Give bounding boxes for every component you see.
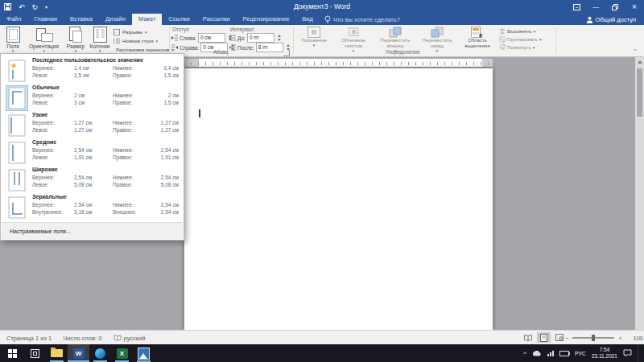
position-button[interactable]: Положение▾ [296, 26, 332, 55]
align-button[interactable]: Выровнять▾ [499, 27, 541, 35]
clock-time: 7:54 [592, 347, 617, 353]
horizontal-ruler[interactable] [184, 59, 493, 67]
task-view-button[interactable] [24, 344, 46, 362]
excel-taskbar-button[interactable]: X [111, 344, 133, 362]
tab-view[interactable]: Вид [295, 14, 320, 25]
spacing-before-icon [229, 35, 236, 41]
indent-left-field[interactable]: Слева: 0 см [171, 33, 233, 43]
tab-home[interactable]: Главная [27, 14, 64, 25]
wrap-text-icon [347, 27, 360, 38]
language-indicator[interactable]: русский [114, 335, 146, 342]
status-bar: Страница 1 из 1 Число слов: 0 русский − … [0, 330, 644, 345]
zoom-slider[interactable] [572, 337, 614, 339]
start-button[interactable] [0, 344, 24, 362]
margins-moderate-icon [6, 141, 27, 165]
tab-mailings[interactable]: Рассылки [196, 14, 237, 25]
indent-left-icon [171, 35, 178, 41]
windows-taskbar: W X ^ РУС 7:54 23.11.2021 [0, 344, 644, 362]
read-mode-button[interactable] [522, 332, 535, 343]
zoom-level[interactable]: 100 % [626, 335, 644, 342]
excel-icon: X [117, 348, 128, 359]
windows-logo-icon [8, 349, 17, 358]
undo-icon[interactable]: ↶ [19, 3, 25, 11]
rotate-icon [499, 44, 506, 51]
zoom-slider-thumb[interactable] [592, 335, 595, 341]
columns-icon [93, 27, 107, 43]
margins-mirrored-icon [6, 195, 27, 220]
taskbar-clock[interactable]: 7:54 23.11.2021 [592, 347, 617, 360]
orientation-button[interactable]: Ориентация ▾ [25, 26, 63, 55]
word-count[interactable]: Число слов: 0 [63, 335, 101, 342]
word-window: Документ3 - Word ↶ ↻ ▾ — × Файл Главная … [0, 0, 644, 362]
paragraph-dialog-launcher-icon[interactable] [283, 50, 290, 56]
title-bar: Документ3 - Word ↶ ↻ ▾ — × [0, 0, 644, 14]
group-icon [499, 36, 506, 43]
hidden-icons-chevron-icon[interactable]: ^ [523, 350, 526, 357]
spacing-before-value[interactable]: 0 пт [247, 33, 275, 43]
ribbon-display-options-icon[interactable] [567, 0, 586, 14]
share-button[interactable]: Общий доступ [581, 14, 641, 25]
word-icon: W [73, 348, 85, 359]
web-layout-button[interactable] [552, 332, 566, 343]
collapse-ribbon-icon[interactable]: ⌃ [633, 48, 638, 55]
scroll-up-icon[interactable] [638, 60, 642, 64]
send-backward-icon [431, 27, 444, 38]
breaks-button[interactable]: Разрывы▾ [114, 27, 168, 36]
rotate-button[interactable]: Повернуть▾ [499, 43, 541, 51]
vertical-scrollbar[interactable] [635, 57, 644, 330]
spacing-before-field[interactable]: До: 0 пт [229, 33, 283, 43]
margins-option-normal[interactable]: Обычные Верхнее:2 см Нижнее:2 см Левое:3… [2, 84, 181, 111]
redo-icon[interactable]: ↻ [32, 3, 39, 11]
page-indicator[interactable]: Страница 1 из 1 [6, 335, 52, 342]
word-taskbar-button[interactable]: W [68, 344, 89, 362]
onedrive-cloud-icon[interactable] [532, 351, 542, 356]
battery-icon[interactable] [559, 351, 569, 356]
close-button[interactable]: × [625, 0, 644, 14]
scrollbar-thumb[interactable] [637, 68, 642, 117]
input-language[interactable]: РУС [575, 351, 586, 356]
columns-button[interactable]: Колонки ▾ [88, 26, 112, 55]
line-numbers-button[interactable]: Номера строк▾ [114, 36, 168, 45]
indent-header: Отступ [172, 27, 189, 32]
file-explorer-button[interactable] [46, 344, 68, 362]
tab-insert[interactable]: Вставка [64, 14, 99, 25]
document-page[interactable] [184, 68, 493, 330]
size-button[interactable]: Размер ▾ [64, 26, 88, 55]
zoom-in-button[interactable]: + [618, 335, 621, 342]
print-layout-icon [540, 334, 547, 342]
margins-option-last-custom[interactable]: Последнее пользовательское значение Верх… [2, 56, 181, 84]
margins-option-narrow[interactable]: Узкие Верхнее:1,27 см Нижнее:1,27 см Лев… [2, 111, 181, 138]
edge-taskbar-button[interactable] [89, 344, 111, 362]
margins-option-moderate[interactable]: Средние Верхнее:2,54 см Нижнее:2,54 см Л… [2, 138, 181, 166]
margins-narrow-icon [6, 113, 27, 138]
tell-me-box[interactable]: Что вы хотите сделать? [320, 14, 405, 25]
tab-review[interactable]: Рецензирование [236, 14, 295, 25]
tab-layout[interactable]: Макет [132, 14, 162, 25]
margins-button[interactable]: Поля ▾ [2, 26, 24, 55]
photos-icon [138, 348, 150, 360]
spacing-before-stepper[interactable] [276, 33, 283, 43]
action-center-icon[interactable] [623, 349, 632, 357]
zoom-out-button[interactable]: − [565, 335, 568, 342]
spacing-header: Интервал [230, 27, 254, 32]
restore-button[interactable] [605, 0, 625, 14]
photos-taskbar-button[interactable] [133, 344, 155, 362]
indent-left-value[interactable]: 0 см [198, 33, 225, 43]
tab-design[interactable]: Дизайн [99, 14, 132, 25]
network-icon[interactable] [547, 351, 554, 356]
ribbon-tab-row: Файл Главная Вставка Дизайн Макет Ссылки… [0, 14, 644, 25]
group-button[interactable]: Группировать▾ [499, 35, 541, 43]
minimize-button[interactable]: — [586, 0, 605, 14]
margins-option-wide[interactable]: Широкие Верхнее:2,54 см Нижнее:2,54 см Л… [2, 166, 181, 193]
custom-margins-button[interactable]: Настраиваемые поля... [2, 222, 183, 239]
print-layout-button[interactable] [537, 332, 551, 343]
save-icon[interactable] [4, 3, 11, 10]
tab-references[interactable]: Ссылки [162, 14, 196, 25]
qat-customize-icon[interactable]: ▾ [45, 4, 47, 10]
tab-file[interactable]: Файл [0, 14, 27, 25]
show-desktop-button[interactable] [638, 344, 641, 362]
margins-option-mirrored[interactable]: Зеркальные Верхнее:2,54 см Нижнее:2,54 с… [2, 193, 181, 220]
position-icon [308, 27, 320, 38]
margins-wide-icon [6, 168, 27, 192]
read-mode-icon [524, 335, 533, 341]
